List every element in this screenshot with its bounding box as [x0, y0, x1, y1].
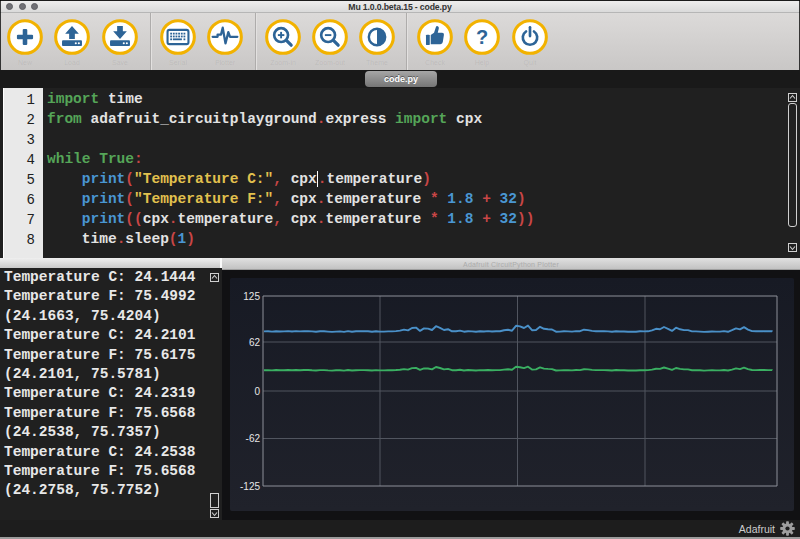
- svg-text:0: 0: [254, 386, 260, 397]
- svg-text:-62: -62: [246, 433, 261, 444]
- svg-text:125: 125: [243, 291, 260, 302]
- svg-text:?: ?: [476, 26, 488, 48]
- svg-text:-125: -125: [240, 481, 260, 492]
- svg-text:62: 62: [249, 337, 261, 348]
